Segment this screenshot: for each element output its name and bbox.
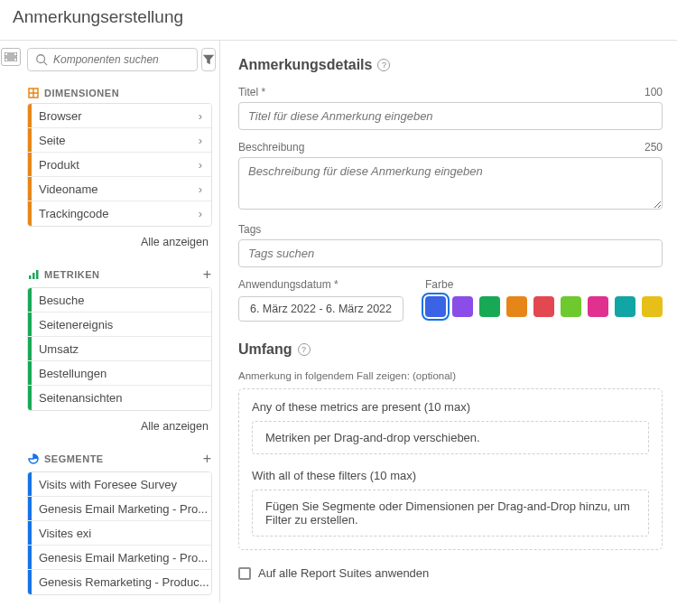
- dimension-item[interactable]: Browser›: [28, 104, 211, 128]
- scope-card: Any of these metrics are present (10 max…: [238, 388, 663, 550]
- search-input[interactable]: [53, 53, 190, 66]
- main-panel: Anmerkungsdetails ? Titel * 100 Beschrei…: [220, 41, 677, 602]
- segment-item[interactable]: Genesis Remarketing - Produc...: [28, 570, 211, 594]
- metric-item[interactable]: Seitenansichten: [28, 386, 211, 410]
- color-swatch[interactable]: [642, 296, 663, 317]
- chevron-right-icon: ›: [199, 109, 211, 123]
- metric-item[interactable]: Besuche: [28, 288, 211, 313]
- metric-item[interactable]: Seitenereignis: [28, 313, 211, 337]
- dimension-item[interactable]: Videoname›: [28, 177, 211, 201]
- metrics-heading: METRIKEN: [28, 269, 99, 280]
- color-swatch[interactable]: [479, 296, 500, 317]
- color-swatch[interactable]: [452, 296, 473, 317]
- metrics-list: Besuche Seitenereignis Umsatz Bestellung…: [27, 287, 212, 411]
- scope-heading: Umfang ?: [238, 341, 663, 358]
- date-label: Anwendungsdatum *: [238, 278, 403, 291]
- segments-icon: [28, 453, 39, 464]
- color-swatches: [425, 296, 663, 317]
- desc-counter: 250: [645, 141, 663, 154]
- svg-line-5: [44, 62, 48, 66]
- segments-heading: SEGMENTE: [28, 453, 104, 464]
- dimensions-show-all[interactable]: Alle anzeigen: [27, 236, 209, 248]
- color-swatch[interactable]: [533, 296, 554, 317]
- filter-button[interactable]: [201, 48, 216, 71]
- chevron-right-icon: ›: [199, 134, 211, 147]
- metrics-dropzone[interactable]: Metriken per Drag-and-drop verschieben.: [252, 421, 649, 454]
- chevron-right-icon: ›: [199, 158, 211, 172]
- metrics-show-all[interactable]: Alle anzeigen: [27, 420, 209, 433]
- component-rail: DIMENSIONEN Browser› Seite› Produkt› Vid…: [22, 41, 220, 602]
- tags-input[interactable]: [238, 239, 663, 267]
- chevron-right-icon: ›: [199, 207, 211, 220]
- desc-textarea[interactable]: [238, 157, 663, 210]
- search-icon: [35, 53, 48, 66]
- details-heading: Anmerkungsdetails ?: [238, 57, 663, 73]
- dimensions-list: Browser› Seite› Produkt› Videoname› Trac…: [27, 103, 212, 227]
- color-label: Farbe: [425, 278, 663, 291]
- title-counter: 100: [645, 86, 663, 98]
- svg-rect-11: [36, 270, 39, 279]
- help-icon[interactable]: ?: [298, 343, 311, 356]
- desc-label: Beschreibung: [238, 141, 304, 154]
- dimension-item[interactable]: Trackingcode›: [28, 201, 211, 226]
- tags-label: Tags: [238, 223, 261, 236]
- color-swatch[interactable]: [561, 296, 581, 317]
- svg-rect-9: [29, 275, 32, 279]
- metric-item[interactable]: Bestellungen: [28, 361, 211, 386]
- apply-all-label: Auf alle Report Suites anwenden: [258, 566, 429, 580]
- dimensions-icon: [28, 88, 39, 98]
- filters-sub: With all of these filters (10 max): [252, 469, 649, 482]
- filters-dropzone[interactable]: Fügen Sie Segmente oder Dimensionen per …: [252, 490, 649, 537]
- segment-item[interactable]: Visites exi: [28, 521, 211, 546]
- dimension-item[interactable]: Produkt›: [28, 153, 211, 177]
- color-swatch[interactable]: [425, 296, 446, 317]
- title-label: Titel *: [238, 86, 265, 98]
- scope-note: Anmerkung in folgendem Fall zeigen: (opt…: [238, 370, 663, 381]
- color-swatch[interactable]: [588, 296, 608, 317]
- search-input-wrap[interactable]: [27, 48, 198, 71]
- chevron-right-icon: ›: [199, 182, 211, 196]
- add-segment-button[interactable]: +: [203, 451, 211, 467]
- color-swatch[interactable]: [506, 296, 527, 317]
- svg-point-4: [37, 55, 45, 63]
- add-metric-button[interactable]: +: [203, 266, 211, 283]
- metrics-sub: Any of these metrics are present (10 max…: [252, 400, 649, 414]
- page-title: Anmerkungserstellung: [0, 0, 677, 41]
- metrics-icon: [28, 269, 39, 280]
- dimensions-heading: DIMENSIONEN: [28, 88, 119, 98]
- apply-all-checkbox[interactable]: [238, 567, 251, 580]
- color-swatch[interactable]: [615, 296, 635, 317]
- date-range-picker[interactable]: 6. März 2022 - 6. März 2022: [238, 296, 403, 322]
- svg-rect-10: [32, 273, 35, 279]
- segments-list: Visits with Foresee Survey Genesis Email…: [27, 471, 212, 595]
- title-input[interactable]: [238, 102, 663, 130]
- segment-item[interactable]: Visits with Foresee Survey: [28, 472, 211, 497]
- segment-item[interactable]: Genesis Email Marketing - Pro...: [28, 546, 211, 570]
- help-icon[interactable]: ?: [377, 59, 390, 71]
- filter-icon: [202, 53, 215, 66]
- metric-item[interactable]: Umsatz: [28, 337, 211, 361]
- dimension-item[interactable]: Seite›: [28, 128, 211, 153]
- panel-toggle-button[interactable]: [1, 48, 21, 66]
- segment-item[interactable]: Genesis Email Marketing - Pro...: [28, 497, 211, 521]
